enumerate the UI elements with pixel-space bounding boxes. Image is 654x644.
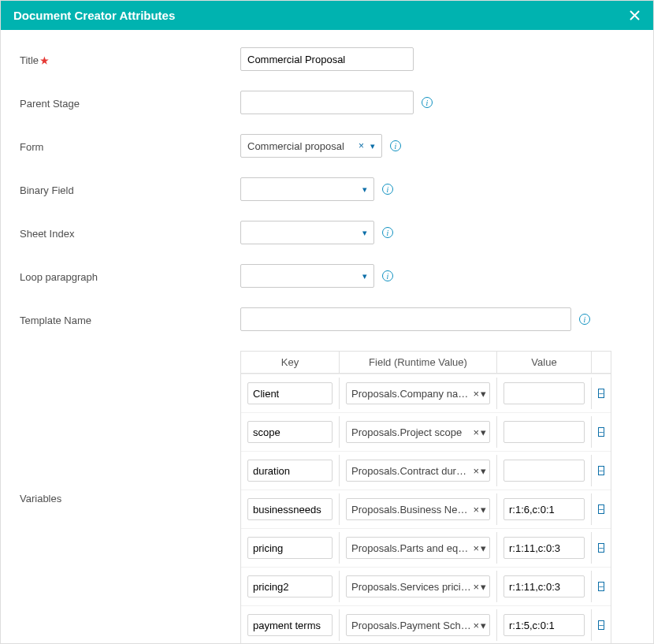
dialog-title: Document Creator Attributes <box>13 9 175 22</box>
remove-row-icon[interactable] <box>598 504 604 514</box>
info-icon[interactable] <box>422 97 433 108</box>
dialog-body: Title★ Parent Stage Form Commercial prop… <box>1 30 653 643</box>
var-value-input[interactable] <box>504 421 585 443</box>
label-binary-field: Binary Field <box>20 183 240 196</box>
label-parent-stage: Parent Stage <box>20 96 240 110</box>
remove-row-icon[interactable] <box>598 466 604 475</box>
var-key-input[interactable] <box>247 382 333 404</box>
var-field-select[interactable]: Proposals.Business Needs×▾ <box>346 498 490 520</box>
info-icon[interactable] <box>382 184 393 195</box>
col-header-key: Key <box>241 352 340 373</box>
variables-table: Key Field (Runtime Value) Value Proposal… <box>240 351 611 643</box>
col-header-field: Field (Runtime Value) <box>340 352 497 373</box>
var-value-input[interactable] <box>504 498 585 520</box>
remove-row-icon[interactable] <box>598 427 604 437</box>
remove-row-icon[interactable] <box>598 582 604 591</box>
clear-icon[interactable]: × <box>473 388 479 400</box>
label-template-name: Template Name <box>20 313 240 326</box>
dialog: Document Creator Attributes Title★ Paren… <box>0 0 654 644</box>
label-form: Form <box>20 140 240 153</box>
label-variables: Variables <box>20 351 240 504</box>
chevron-down-icon[interactable]: ▾ <box>361 271 369 281</box>
table-row: Proposals.Payment Sche...×▾ <box>241 605 611 643</box>
clear-icon[interactable]: × <box>473 620 479 631</box>
var-value-input[interactable] <box>504 575 585 597</box>
label-sheet-index: Sheet Index <box>20 226 240 240</box>
var-value-input[interactable] <box>504 614 585 636</box>
label-title: Title★ <box>20 53 240 66</box>
chevron-down-icon[interactable]: ▾ <box>481 465 486 477</box>
var-value-input[interactable] <box>504 382 585 404</box>
var-key-input[interactable] <box>247 421 333 443</box>
var-key-input[interactable] <box>247 498 333 520</box>
remove-row-icon[interactable] <box>598 620 604 630</box>
table-row: Proposals.Company name×▾ <box>241 374 611 412</box>
required-star-icon: ★ <box>40 55 49 66</box>
var-key-input[interactable] <box>247 460 333 482</box>
binary-field-select[interactable]: ▾ <box>240 177 374 201</box>
info-icon[interactable] <box>390 140 401 151</box>
loop-paragraph-select[interactable]: ▾ <box>240 264 374 288</box>
title-input[interactable] <box>240 47 414 71</box>
var-field-select[interactable]: Proposals.Payment Sche...×▾ <box>346 614 490 636</box>
var-key-input[interactable] <box>247 614 333 636</box>
close-icon[interactable] <box>629 9 641 21</box>
sheet-index-select[interactable]: ▾ <box>240 221 374 244</box>
clear-icon[interactable]: × <box>473 542 479 554</box>
var-field-select[interactable]: Proposals.Contract durat...×▾ <box>346 460 490 482</box>
parent-stage-input[interactable] <box>240 91 414 114</box>
clear-icon[interactable]: × <box>473 465 479 477</box>
var-field-select[interactable]: Proposals.Project scope×▾ <box>346 421 490 443</box>
table-row: Proposals.Contract durat...×▾ <box>241 451 611 490</box>
clear-icon[interactable]: × <box>473 504 479 516</box>
var-field-select[interactable]: Proposals.Parts and equi...×▾ <box>346 537 490 559</box>
chevron-down-icon[interactable]: ▾ <box>481 542 486 554</box>
label-loop-paragraph: Loop parapgraph <box>20 270 240 283</box>
chevron-down-icon[interactable]: ▾ <box>361 228 369 238</box>
chevron-down-icon[interactable]: ▾ <box>481 426 486 438</box>
var-key-input[interactable] <box>247 575 333 597</box>
chevron-down-icon[interactable]: ▾ <box>481 581 486 593</box>
form-select[interactable]: Commercial proposal × ▾ <box>240 134 382 158</box>
table-row: Proposals.Project scope×▾ <box>241 412 611 451</box>
chevron-down-icon[interactable]: ▾ <box>361 184 369 195</box>
chevron-down-icon[interactable]: ▾ <box>481 620 486 631</box>
table-row: Proposals.Business Needs×▾ <box>241 490 611 528</box>
table-row: Proposals.Services pricing×▾ <box>241 567 611 605</box>
chevron-down-icon[interactable]: ▾ <box>481 388 486 400</box>
dialog-header: Document Creator Attributes <box>1 1 653 30</box>
var-value-input[interactable] <box>504 460 585 482</box>
info-icon[interactable] <box>382 227 393 238</box>
template-name-input[interactable] <box>240 307 571 331</box>
chevron-down-icon[interactable]: ▾ <box>481 504 486 516</box>
var-key-input[interactable] <box>247 537 333 559</box>
col-header-value: Value <box>497 352 592 373</box>
var-field-select[interactable]: Proposals.Company name×▾ <box>346 382 490 404</box>
var-value-input[interactable] <box>504 537 585 559</box>
table-row: Proposals.Parts and equi...×▾ <box>241 528 611 567</box>
var-field-select[interactable]: Proposals.Services pricing×▾ <box>346 575 490 597</box>
clear-icon[interactable]: × <box>473 581 479 593</box>
info-icon[interactable] <box>579 314 590 325</box>
clear-icon[interactable]: × <box>357 140 366 151</box>
info-icon[interactable] <box>382 270 393 281</box>
remove-row-icon[interactable] <box>598 543 604 553</box>
chevron-down-icon[interactable]: ▾ <box>369 141 377 151</box>
remove-row-icon[interactable] <box>598 389 604 398</box>
clear-icon[interactable]: × <box>473 426 479 438</box>
